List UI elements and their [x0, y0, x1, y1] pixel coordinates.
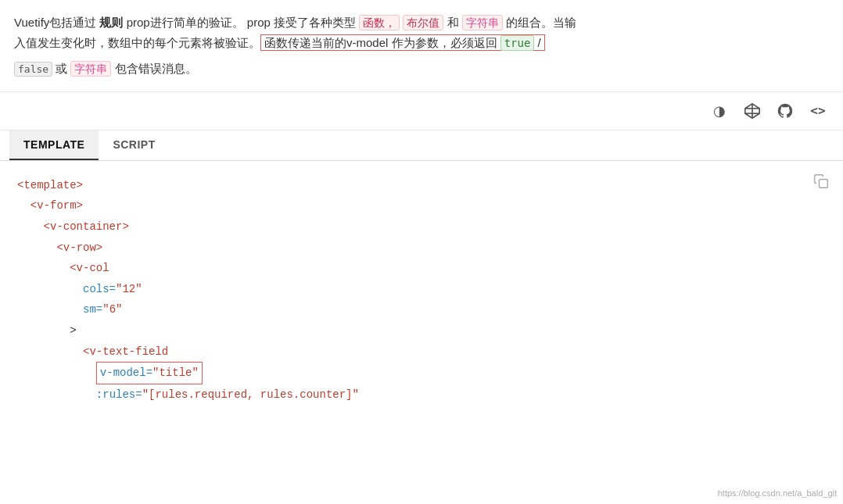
description-section: Vuetify包括通过 规则 prop进行简单的验证。 prop 接受了各种类型… [0, 0, 843, 92]
tag-false: false [14, 62, 52, 77]
desc-line1: Vuetify包括通过 规则 prop进行简单的验证。 prop 接受了各种类型… [14, 13, 829, 54]
tabs-row: TEMPLATE SCRIPT [0, 130, 843, 161]
bold-rules: 规则 [99, 16, 123, 29]
code-section: <template> <v-form> <v-container> <v-row… [0, 161, 843, 406]
tag-true: true [500, 35, 535, 51]
contrast-icon[interactable]: ◑ [708, 100, 730, 122]
code-line-10: v-model="title" [17, 362, 826, 384]
code-line-7: sm="6" [17, 299, 826, 320]
watermark: https://blog.csdn.net/a_bald_git [718, 488, 837, 498]
code-line-9: <v-text-field [17, 341, 826, 363]
highlight-box: 函数传递当前的v-model 作为参数，必须返回 true / [260, 34, 545, 51]
tab-template[interactable]: TEMPLATE [9, 130, 99, 160]
code-line-6: cols="12" [17, 279, 826, 300]
code-line-11: :rules="[rules.required, rules.counter]" [17, 384, 826, 406]
github-icon[interactable] [774, 100, 796, 122]
toolbar-row: ◑ <> [0, 92, 843, 130]
code-line-2: <v-form> [17, 195, 826, 216]
tag-str-1: 字符串 [462, 15, 503, 30]
desc-line2: false 或 字符串 包含错误消息。 [14, 59, 829, 79]
code-line-8: > [17, 320, 826, 341]
copy-icon[interactable] [813, 172, 829, 198]
codepen-icon[interactable] [741, 100, 763, 122]
code-line-1: <template> [17, 175, 826, 196]
code-line-3: <v-container> [17, 216, 826, 238]
tab-script[interactable]: SCRIPT [99, 130, 169, 160]
tag-str-2: 字符串 [70, 61, 111, 77]
tag-bool: 布尔值 [403, 15, 443, 30]
code-icon[interactable]: <> [807, 100, 829, 122]
tag-func: 函数， [359, 15, 400, 30]
svg-rect-4 [820, 179, 828, 188]
code-line-5: <v-col [17, 258, 826, 279]
code-line-4: <v-row> [17, 238, 826, 259]
